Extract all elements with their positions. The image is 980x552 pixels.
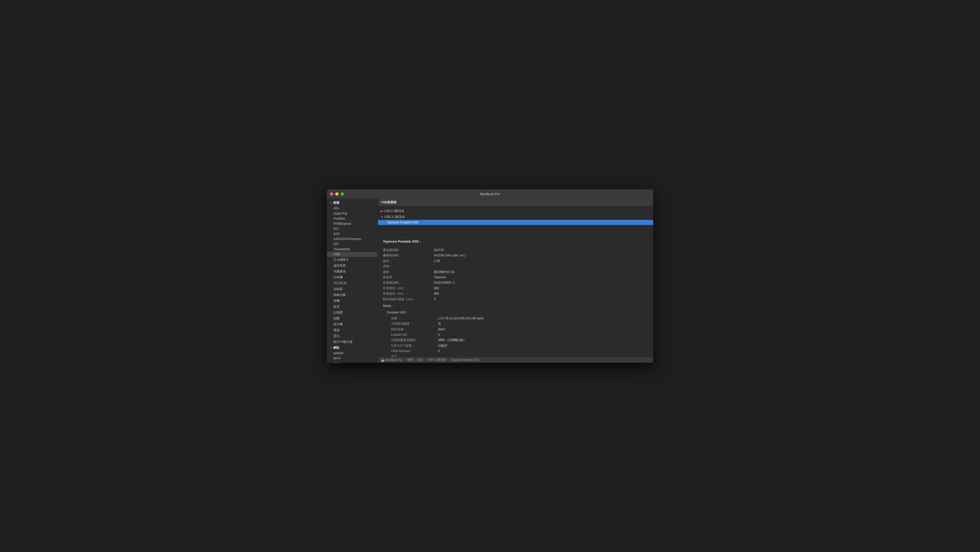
- sidebar-section-network[interactable]: ▼ 網路: [327, 345, 377, 351]
- detail-row-serial: 序號：: [383, 264, 648, 269]
- sidebar-item-fiber[interactable]: 光纖通道: [327, 269, 377, 274]
- hardware-section-label: 硬體: [333, 201, 339, 205]
- tree-item-topmore-label: Topmore Portable SSD: [387, 221, 418, 224]
- usb-tree-pane[interactable]: ▶ USB 3.0匯流排 ▼ USB 3.1匯流排 Topmore Portab…: [378, 207, 653, 235]
- detail-row-product-id: 產品識別碼： 0x0715: [383, 247, 648, 252]
- usb30-arrow-icon: ▶: [381, 210, 383, 212]
- close-button[interactable]: [330, 192, 333, 196]
- tree-item-topmore[interactable]: Topmore Portable SSD: [378, 220, 653, 225]
- window-controls: [330, 192, 344, 196]
- sidebar-item-storage[interactable]: 儲存裝置: [327, 263, 377, 269]
- detail-value-manufacturer: Topmore: [434, 275, 446, 280]
- sidebar-item-wwan[interactable]: WWAN: [327, 351, 377, 356]
- detail-label-serial: 序號：: [383, 264, 434, 269]
- sidebar-item-base[interactable]: 基宗: [327, 361, 377, 363]
- detail-label-product-id: 產品識別碼：: [383, 247, 434, 252]
- tree-item-usb30-label: USB 3.0匯流排: [384, 209, 404, 213]
- sub-value-capacity: 1.02 TB (1,024,209,543,168 byte): [438, 316, 484, 321]
- breadcrumb-sep-3: ›: [425, 358, 426, 361]
- sidebar-item-firewire[interactable]: FireWire: [327, 216, 377, 221]
- sidebar-section-hardware[interactable]: ▼ 硬體: [327, 200, 377, 206]
- sidebar-item-cardreader[interactable]: 讀卡機: [327, 321, 377, 327]
- tree-item-usb30[interactable]: ▶ USB 3.0匯流排: [378, 208, 653, 214]
- detail-row-available-current: 可用電流（mA）： 900: [383, 286, 648, 291]
- sidebar-item-ethernet[interactable]: 乙太網路卡: [327, 257, 377, 263]
- sidebar-item-controller[interactable]: 控制器: [327, 286, 377, 292]
- sub-value-usb-interface: 0: [438, 348, 440, 354]
- sidebar-item-diagnostics[interactable]: 診斷: [327, 316, 377, 321]
- breadcrumb-sep-2: ›: [415, 358, 415, 361]
- sidebar-item-parallel-scsi[interactable]: 平行SCSI: [327, 280, 377, 286]
- statusbar: 💻 MacBook Pro › 硬體 › USB › USB 3.1匯流排 › …: [378, 357, 653, 363]
- sidebar-item-memory[interactable]: 記憶體: [327, 310, 377, 316]
- sidebar-item-optical[interactable]: 燒錄光碟: [327, 292, 377, 298]
- network-section-label: 網路: [333, 346, 339, 350]
- sub-value-partition-type: MBR（主開機記錄）: [438, 337, 466, 343]
- sidebar-item-sata[interactable]: SATA/SATA Express: [327, 236, 377, 242]
- sub-value-logical-unit: 0: [438, 332, 440, 337]
- sidebar-item-ata[interactable]: ATA: [327, 206, 377, 211]
- sub-label-capacity: 容量：: [391, 316, 438, 321]
- macbook-icon: 💻: [381, 358, 385, 362]
- breadcrumb-macbook: MacBook Pro: [386, 358, 402, 361]
- sidebar-item-thunderbolt[interactable]: Thunderbolt: [327, 247, 377, 252]
- main-panel: USB裝置樹 ⌃ ▶ USB 3.0匯流排 ▼ USB 3.1匯流排 Topmo…: [378, 198, 653, 363]
- volume-header-label: 卷宗：: [391, 354, 438, 357]
- sub-row-removable: 可卸除式媒體： 否: [391, 321, 648, 326]
- sidebar-item-sas[interactable]: SAS: [327, 231, 377, 236]
- sub-label-removable: 可卸除式媒體：: [391, 321, 438, 326]
- sidebar: ▼ 硬體 ATA Apple Pay FireWire NVMExpress P…: [327, 198, 378, 363]
- sub-row-smart: S.M.A.R.T.狀態： 已驗證: [391, 343, 648, 348]
- detail-row-vendor-id: 廠商識別碼： 0x2109 (VIA Labs, Inc.): [383, 253, 648, 258]
- detail-label-speed: 速度：: [383, 270, 434, 274]
- maximize-button[interactable]: [340, 192, 344, 196]
- breadcrumb-sep-4: ›: [448, 358, 449, 361]
- sidebar-item-usb[interactable]: USB: [327, 252, 377, 257]
- sidebar-item-pci[interactable]: PCI: [327, 226, 377, 231]
- sidebar-item-nvmexpress[interactable]: NVMExpress: [327, 221, 377, 226]
- hardware-arrow-icon: ▼: [330, 202, 332, 204]
- breadcrumb-usb: USB: [417, 358, 423, 361]
- portable-ssd-header: Portable SSD：: [387, 311, 409, 314]
- titlebar: MacBook Pro: [327, 189, 653, 198]
- detail-value-speed: 最高每秒10 Gb: [434, 270, 455, 274]
- sidebar-item-spi[interactable]: SPI: [327, 242, 377, 247]
- minimize-button[interactable]: [335, 192, 339, 196]
- sidebar-item-printer[interactable]: 印表機: [327, 274, 377, 280]
- detail-label-extra-current: 額外的操作電流（mA）：: [383, 297, 434, 302]
- sub-row-capacity: 容量： 1.02 TB (1,024,209,543,168 byte): [391, 316, 648, 321]
- network-arrow-icon: ▼: [330, 347, 332, 349]
- detail-value-version: 1.48: [434, 258, 440, 263]
- sidebar-item-camera[interactable]: 相機: [327, 298, 377, 304]
- sub-value-bsd-name: disk2: [438, 327, 445, 332]
- portable-ssd-header-row: Portable SSD：: [387, 310, 648, 315]
- detail-label-vendor-id: 廠商識別碼：: [383, 253, 434, 258]
- media-section: Media：: [383, 303, 648, 308]
- volume-header-row: 卷宗：: [391, 354, 648, 357]
- sidebar-item-power[interactable]: 電源: [327, 327, 377, 333]
- detail-row-version: 版本： 1.48: [383, 258, 648, 263]
- detail-label-available-current: 可用電流（mA）：: [383, 286, 434, 291]
- detail-value-available-current: 900: [434, 286, 439, 291]
- usb31-arrow-icon: ▼: [381, 216, 383, 219]
- sub-row-bsd-name: BSD名稱： disk2: [391, 327, 648, 332]
- usb-tree-header: USB裝置樹 ⌃: [378, 198, 653, 207]
- sub-row-logical-unit: Logical Unit： 0: [391, 332, 648, 337]
- breadcrumb-topmore: Topmore Portable SSD: [451, 358, 480, 361]
- sidebar-item-audio[interactable]: 音訊: [327, 333, 377, 339]
- breadcrumb-usb31: USB 3.1匯流排: [428, 358, 446, 362]
- content-area: ▼ 硬體 ATA Apple Pay FireWire NVMExpress P…: [327, 198, 653, 363]
- tree-item-usb31[interactable]: ▼ USB 3.1匯流排: [378, 214, 653, 220]
- portable-ssd-subsection: Portable SSD： 容量： 1.02 TB (1,024,209,543…: [387, 310, 648, 357]
- detail-value-required-current: 896: [434, 291, 439, 296]
- usb-tree-chevron-icon[interactable]: ⌃: [648, 201, 650, 204]
- sidebar-item-display[interactable]: 顯示卡/顯示器: [327, 339, 377, 345]
- sidebar-item-wifi[interactable]: Wi-Fi: [327, 356, 377, 361]
- sidebar-item-applepay[interactable]: Apple Pay: [327, 211, 377, 216]
- usb-tree-title: USB裝置樹: [381, 200, 396, 204]
- sidebar-item-bluetooth[interactable]: 藍牙: [327, 304, 377, 310]
- tree-item-usb31-label: USB 3.1匯流排: [384, 215, 405, 219]
- detail-value-vendor-id: 0x2109 (VIA Labs, Inc.): [434, 253, 466, 258]
- sub-row-partition-type: 分割區配置表類型： MBR（主開機記錄）: [391, 337, 648, 343]
- media-section-header: Media：: [383, 304, 395, 308]
